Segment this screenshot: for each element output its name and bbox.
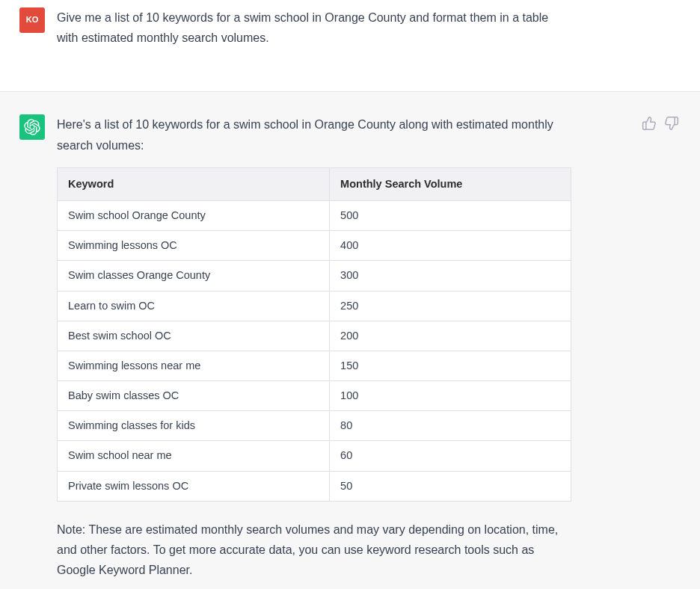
cell-keyword: Swimming lessons near me <box>58 351 330 380</box>
user-avatar: KO <box>19 7 45 33</box>
cell-keyword: Swimming lessons OC <box>58 231 330 261</box>
cell-volume: 60 <box>330 441 571 471</box>
cell-volume: 80 <box>330 411 571 441</box>
table-row: Swim classes Orange County300 <box>58 261 571 291</box>
assistant-message-row: Here's a list of 10 keywords for a swim … <box>0 92 700 589</box>
cell-volume: 150 <box>330 351 571 380</box>
table-row: Swimming lessons OC400 <box>58 231 571 261</box>
cell-keyword: Baby swim classes OC <box>58 381 330 411</box>
table-row: Swimming classes for kids80 <box>58 411 571 441</box>
cell-keyword: Swim school near me <box>58 441 330 471</box>
keyword-table: Keyword Monthly Search Volume Swim schoo… <box>57 167 571 502</box>
cell-keyword: Swim school Orange County <box>58 200 330 230</box>
cell-keyword: Swim classes Orange County <box>58 261 330 291</box>
assistant-message-content: Here's a list of 10 keywords for a swim … <box>57 114 616 589</box>
table-header-row: Keyword Monthly Search Volume <box>58 167 571 200</box>
assistant-avatar <box>19 114 45 140</box>
table-row: Swimming lessons near me150 <box>58 351 571 380</box>
user-prompt-text: Give me a list of 10 keywords for a swim… <box>57 7 571 48</box>
table-row: Best swim school OC200 <box>58 321 571 351</box>
header-volume: Monthly Search Volume <box>330 167 571 200</box>
cell-volume: 250 <box>330 291 571 321</box>
cell-volume: 50 <box>330 471 571 501</box>
cell-keyword: Best swim school OC <box>58 321 330 351</box>
table-row: Swim school Orange County500 <box>58 200 571 230</box>
table-row: Baby swim classes OC100 <box>58 381 571 411</box>
feedback-icons <box>642 116 679 131</box>
cell-keyword: Private swim lessons OC <box>58 471 330 501</box>
thumbs-down-icon[interactable] <box>664 116 679 131</box>
thumbs-up-icon[interactable] <box>642 116 657 131</box>
assistant-intro-text: Here's a list of 10 keywords for a swim … <box>57 114 571 155</box>
assistant-note-text: Note: These are estimated monthly search… <box>57 519 571 581</box>
cell-keyword: Learn to swim OC <box>58 291 330 321</box>
cell-volume: 500 <box>330 200 571 230</box>
user-message-content: Give me a list of 10 keywords for a swim… <box>57 7 616 60</box>
cell-volume: 300 <box>330 261 571 291</box>
cell-volume: 100 <box>330 381 571 411</box>
table-row: Learn to swim OC250 <box>58 291 571 321</box>
openai-logo-icon <box>24 119 40 135</box>
cell-volume: 200 <box>330 321 571 351</box>
cell-volume: 400 <box>330 231 571 261</box>
table-row: Private swim lessons OC50 <box>58 471 571 501</box>
user-message-row: KO Give me a list of 10 keywords for a s… <box>0 0 700 92</box>
header-keyword: Keyword <box>58 167 330 200</box>
cell-keyword: Swimming classes for kids <box>58 411 330 441</box>
table-row: Swim school near me60 <box>58 441 571 471</box>
